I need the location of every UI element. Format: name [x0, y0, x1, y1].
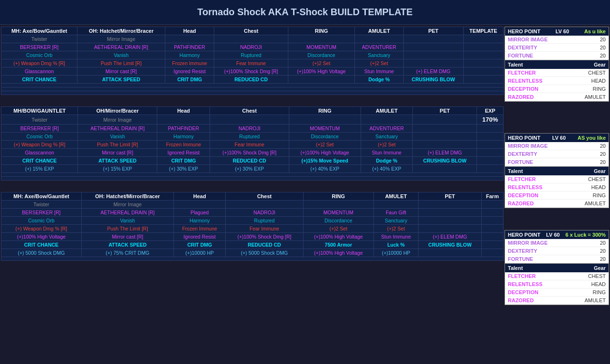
- razored-name-2: RAZORED: [508, 201, 534, 206]
- col-pet-exp: PET: [413, 107, 477, 115]
- col-tag-label: TEMPLATE: [463, 27, 503, 35]
- col-oh-exp: OH/Mirror/Bracer: [78, 107, 157, 115]
- relentless-name-2: RELENTLESS: [508, 184, 543, 190]
- col-oh-label: OH: Hatchet/Mirror/Bracer: [77, 27, 165, 35]
- talent-header-1: Talent Gear: [505, 60, 609, 69]
- razored-gear-3: AMULET: [584, 297, 606, 303]
- dexterity-row-3: DEXTERITY 20: [505, 247, 609, 255]
- fortune-val-1: 20: [600, 53, 606, 58]
- dex-val-2: 20: [600, 151, 606, 157]
- talent-header-2: Talent Gear: [505, 167, 609, 175]
- fortune-val-2: 20: [600, 159, 606, 165]
- build-section-template: MH: Axe/Bow/Gauntlet OH: Hatchet/Mirror/…: [1, 27, 504, 95]
- col-head-exp: Head: [157, 107, 210, 115]
- talent-row-fletcher-3: FLETCHER CHEST: [505, 272, 609, 280]
- table-row: (+) 5000 Shock DMG(+) 75% CRIT DMG(+)100…: [1, 249, 504, 257]
- table-row: Cosmic OrbVanishHarmonyRupturedDiscordan…: [1, 133, 504, 141]
- fortune-label-1: FORTUNE: [508, 53, 533, 58]
- hero-point-block-3: HERO POINT LV 60 6 x Luck = 300% MIRROR …: [505, 230, 609, 264]
- gear-col-label-2: Gear: [594, 168, 606, 174]
- table-row: (+) 15% EXP(+) 15% EXP(+) 30% EXP(+) 30%…: [1, 165, 504, 173]
- page-title: Tornado Shock AKA T-Shock BUILD TEMPLATE: [0, 0, 610, 25]
- relentless-gear-3: HEAD: [591, 281, 606, 287]
- talent-row-razored-1: RAZORED AMULET: [505, 93, 609, 101]
- table-row-empty: [1, 257, 504, 261]
- table-row-empty: [1, 91, 504, 95]
- deception-name-1: DECEPTION: [508, 86, 538, 92]
- razored-gear-1: AMULET: [584, 94, 606, 100]
- col-chest-exp: Chest: [210, 107, 289, 115]
- right-gap-2: [505, 210, 610, 230]
- table-row: BERSERKER [R]AETHEREAL DRAIN [R]PlaguedN…: [1, 209, 504, 217]
- table-row: GlasscannonMirror cast [R]Ignored Resist…: [1, 67, 504, 76]
- deception-gear-2: RING: [593, 192, 606, 198]
- dex-val-3: 20: [600, 248, 606, 254]
- talent-row-deception-1: DECEPTION RING: [505, 85, 609, 93]
- mirror-val-3: 20: [600, 240, 606, 246]
- lv-label-1: LV 60: [555, 29, 569, 34]
- col-head-label: Head: [165, 27, 214, 35]
- nature-val-3: 6 x Luck = 300%: [565, 232, 606, 238]
- fletcher-name-1: FLETCHER: [508, 70, 536, 76]
- fletcher-name-2: FLETCHER: [508, 176, 536, 182]
- fletcher-gear-3: CHEST: [588, 273, 606, 279]
- col-chest-farm: Chest: [226, 192, 303, 201]
- talent-header-3: Talent Gear: [505, 264, 609, 272]
- talent-row-razored-2: RAZORED AMULET: [505, 200, 609, 208]
- relentless-name-3: RELENTLESS: [508, 281, 543, 287]
- fortune-label-2: FORTUNE: [508, 159, 533, 165]
- table-template: MH: Axe/Bow/Gauntlet OH: Hatchet/Mirror/…: [1, 27, 504, 95]
- mirror-image-row-1: MIRROR IMAGE 20: [505, 36, 609, 44]
- col-ring-exp: RING: [289, 107, 361, 115]
- hero-point-label-1: HERO POINT: [508, 29, 540, 34]
- right-panel-template: HERO POINT LV 60 As u like MIRROR IMAGE …: [505, 27, 610, 103]
- talent-col-label-2: Talent: [508, 168, 523, 174]
- table-exp: MH/BOW/GAUNTLET OH/Mirror/Bracer Head Ch…: [1, 106, 504, 181]
- deception-gear-3: RING: [593, 289, 606, 295]
- talent-block-2: Talent Gear FLETCHER CHEST RELENTLESS HE…: [505, 167, 609, 208]
- table-row: BERSERKER [R]AETHEREAL DRAIN [R]PATHFIND…: [1, 125, 504, 133]
- table-row: TwisterMirror Image: [1, 35, 504, 43]
- table-row: (+)100% High VoltageMirror cast [R]Ignor…: [1, 233, 504, 241]
- talent-col-label-1: Talent: [508, 62, 523, 67]
- table-row: BERSERKER [R]AETHEREAL DRAIN [R]PATHFIND…: [1, 43, 504, 51]
- razored-name-3: RAZORED: [508, 297, 534, 303]
- dexterity-row-2: DEXTERITY 20: [505, 150, 609, 158]
- build-section-exp: MH/BOW/GAUNTLET OH/Mirror/Bracer Head Ch…: [1, 106, 504, 181]
- table-row: (+) Weapon Dmg % [R]Push The Limit [R]Fr…: [1, 59, 504, 67]
- relentless-name-1: RELENTLESS: [508, 78, 543, 84]
- lv-label-3: LV 60: [546, 232, 560, 238]
- talent-block-3: Talent Gear FLETCHER CHEST RELENTLESS HE…: [505, 264, 609, 305]
- talent-row-fletcher-2: FLETCHER CHEST: [505, 175, 609, 183]
- deception-name-3: DECEPTION: [508, 289, 538, 295]
- mirror-label-3: MIRROR IMAGE: [508, 240, 548, 246]
- table-row-empty: [1, 87, 504, 91]
- col-mh-exp: MH/BOW/GAUNTLET: [1, 107, 78, 115]
- mirror-image-row-2: MIRROR IMAGE 20: [505, 142, 609, 150]
- dex-label-3: DEXTERITY: [508, 248, 537, 254]
- talent-row-relentless-3: RELENTLESS HEAD: [505, 280, 609, 288]
- col-amulet-label: AMULET: [355, 27, 403, 35]
- fortune-label-3: FORTUNE: [508, 256, 533, 262]
- hero-point-block-2: HERO POINT LV 60 AS you like MIRROR IMAG…: [505, 133, 609, 167]
- nature-val-2: AS you like: [578, 135, 606, 141]
- table-row: GlasscannonMirror cast [R]Ignored Resist…: [1, 149, 504, 157]
- talent-row-relentless-1: RELENTLESS HEAD: [505, 77, 609, 85]
- col-oh-farm: OH: Hatchet/Mirror/Bracer: [81, 192, 173, 201]
- table-row-empty: [1, 84, 504, 87]
- col-amulet-farm: AMULET: [373, 192, 418, 201]
- mirror-label-1: MIRROR IMAGE: [508, 37, 548, 42]
- talent-row-deception-2: DECEPTION RING: [505, 192, 609, 200]
- talent-row-deception-3: DECEPTION RING: [505, 288, 609, 297]
- col-mh-label: MH: Axe/Bow/Gauntlet: [1, 27, 77, 35]
- fortune-val-3: 20: [600, 256, 606, 262]
- table-row: TwisterMirror Image170%: [1, 115, 504, 125]
- col-ring-farm: RING: [303, 192, 373, 201]
- build-section-farm: MH: Axe/Bow/Gauntlet OH: Hatchet/Mirror/…: [1, 192, 504, 261]
- fortune-row-2: FORTUNE 20: [505, 158, 609, 166]
- col-amulet-exp: AMULET: [361, 107, 412, 115]
- dex-val-1: 20: [600, 45, 606, 50]
- fletcher-name-3: FLETCHER: [508, 273, 536, 279]
- dex-label-1: DEXTERITY: [508, 45, 537, 50]
- nature-val-1: As u like: [584, 29, 606, 34]
